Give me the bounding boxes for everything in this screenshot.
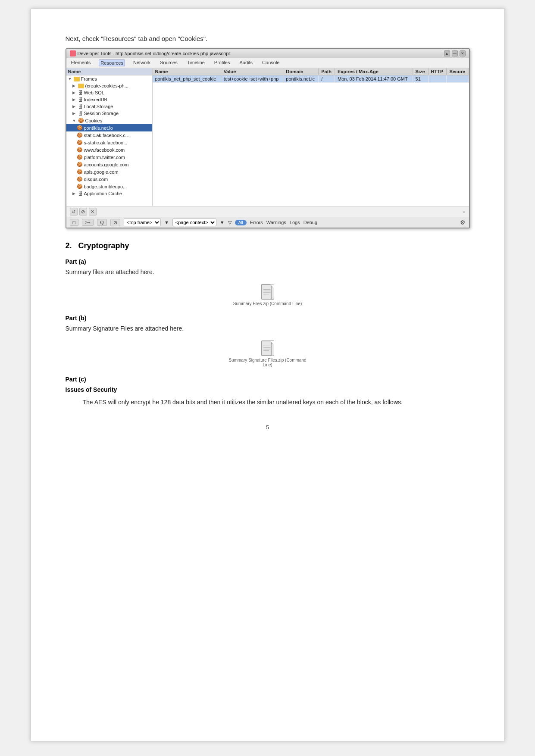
frames-folder-icon: [74, 77, 80, 81]
cell-path: /: [319, 75, 335, 83]
titlebar-pin-button[interactable]: ▲: [444, 50, 450, 56]
log-filter-all[interactable]: All: [235, 220, 247, 225]
titlebar-close-button[interactable]: ✕: [460, 50, 466, 56]
col-header-secure: Secure: [447, 68, 469, 75]
cell-value: test+cookie+set+with+php: [221, 75, 283, 83]
file-attachment-a[interactable]: Summary Files.zip (Command Line): [225, 284, 311, 306]
statusbar-console-btn[interactable]: □: [70, 219, 79, 226]
part-b-label: Part (b): [66, 315, 470, 322]
twitter-cookie-icon: 🍪: [77, 154, 83, 160]
tree-label-accounts-google: accounts.google.com: [84, 162, 129, 167]
pontikis-cookie-icon: 🍪: [77, 125, 83, 131]
expand-create-icon: ▶: [72, 84, 77, 88]
tree-item-cookies[interactable]: ▼ 🍪 Cookies: [66, 117, 152, 124]
tree-label-www-facebook: www.facebook.com: [84, 147, 125, 153]
devtools-bottombar: ↺ ⊘ ✕ ≡: [66, 206, 469, 217]
tree-item-s-facebook[interactable]: 🍪 s-static.ak.faceboo...: [66, 139, 152, 146]
expand-websql-icon: ▶: [72, 91, 77, 95]
tree-item-create-cookies[interactable]: ▶ (create-cookies-ph...: [66, 82, 152, 89]
delete-icon[interactable]: ✕: [89, 208, 97, 216]
tree-item-frames[interactable]: ▼ Frames: [66, 75, 152, 82]
tree-item-indexeddb[interactable]: ▶ 🗄 IndexedDB: [66, 96, 152, 103]
menu-timeline[interactable]: Timeline: [186, 59, 206, 66]
tree-item-session-storage[interactable]: ▶ 🗄 Session Storage: [66, 110, 152, 117]
errors-label: Errors: [250, 220, 263, 225]
clear-icon[interactable]: ⊘: [79, 208, 87, 216]
page-context-selector[interactable]: <page context>: [172, 219, 216, 226]
bottombar-scroll-hint: ≡: [463, 209, 466, 214]
tree-label-stumble: badge.stumbleupo...: [84, 184, 127, 189]
statusbar-search-btn[interactable]: Q: [97, 219, 107, 226]
tree-label-pontikis: pontikis.net.io: [84, 125, 113, 131]
tree-item-accounts-google[interactable]: 🍪 accounts.google.com: [66, 161, 152, 168]
issues-security-text: The AES will only encrypt he 128 data bi…: [66, 397, 470, 407]
tree-item-www-facebook[interactable]: 🍪 www.facebook.com: [66, 146, 152, 153]
titlebar-text: Developer Tools - http://pontikis.net.io…: [78, 51, 230, 56]
menu-sources[interactable]: Sources: [159, 59, 178, 66]
stumble-cookie-icon: 🍪: [77, 184, 83, 189]
menu-profiles[interactable]: Profiles: [213, 59, 232, 66]
tree-label-twitter: platform.twitter.com: [84, 155, 125, 160]
tree-item-app-cache[interactable]: ▶ 🗄 Application Cache: [66, 190, 152, 197]
s-facebook-cookie-icon: 🍪: [77, 140, 83, 145]
file-attachment-b[interactable]: Summary Signature Files.zip (Command Lin…: [225, 341, 311, 367]
part-b-text: Summary Signature Files are attached her…: [66, 325, 470, 332]
col-header-http: HTTP: [428, 68, 447, 75]
svg-marker-7: [271, 341, 274, 344]
cell-http: [428, 75, 447, 83]
tree-item-facebook-static[interactable]: 🍪 static.ak.facebook.c...: [66, 131, 152, 139]
tree-label-indexeddb: IndexedDB: [84, 97, 107, 102]
cookies-table: Name Value Domain Path Expires / Max-Age…: [153, 68, 469, 83]
svg-marker-1: [271, 284, 274, 287]
tree-label-session-storage: Session Storage: [84, 111, 119, 116]
table-row[interactable]: pontikis_net_php_set_cookie test+cookie+…: [153, 75, 469, 83]
page: Next, check "Resources" tab and open "Co…: [31, 9, 505, 741]
devtools-menubar: Elements Resources Network Sources Timel…: [66, 58, 469, 68]
tree-item-stumble[interactable]: 🍪 badge.stumbleupo...: [66, 183, 152, 190]
tree-label-s-facebook: s-static.ak.faceboo...: [84, 140, 128, 145]
section-2-number: 2.: [66, 241, 72, 250]
tree-label-facebook-static: static.ak.facebook.c...: [84, 133, 130, 138]
refresh-icon[interactable]: ↺: [70, 208, 78, 216]
col-header-path: Path: [319, 68, 335, 75]
statusbar-filter-btn[interactable]: ≥Ξ: [82, 219, 94, 226]
bottombar-icon-group: ↺ ⊘ ✕: [70, 208, 97, 216]
menu-elements[interactable]: Elements: [70, 59, 92, 66]
titlebar-minimize-button[interactable]: —: [452, 50, 458, 56]
tree-item-websql[interactable]: ▶ 🗄 Web SQL: [66, 89, 152, 96]
tree-item-apis-google[interactable]: 🍪 apis.google.com: [66, 168, 152, 175]
statusbar-settings-btn[interactable]: ⊙: [110, 219, 120, 226]
frame-selector[interactable]: <top frame>: [124, 219, 161, 226]
devtools-titlebar: Developer Tools - http://pontikis.net.io…: [66, 49, 469, 58]
local-storage-icon: 🗄: [78, 104, 83, 109]
expand-frames-icon: ▼: [68, 77, 72, 81]
devtools-window: Developer Tools - http://pontikis.net.io…: [66, 48, 470, 228]
tree-item-local-storage[interactable]: ▶ 🗄 Local Storage: [66, 103, 152, 110]
tree-item-pontikis[interactable]: 🍪 pontikis.net.io: [66, 124, 152, 131]
devtools-table-area: Name Value Domain Path Expires / Max-Age…: [153, 68, 469, 206]
create-cookies-folder-icon: [78, 84, 84, 88]
file-label-a: Summary Files.zip (Command Line): [233, 301, 302, 306]
file-label-b: Summary Signature Files.zip (Command Lin…: [225, 358, 311, 367]
menu-audits[interactable]: Audits: [238, 59, 254, 66]
cell-domain: pontikis.net.ic: [283, 75, 319, 83]
facebook-static-cookie-icon: 🍪: [77, 132, 83, 138]
expand-indexeddb-icon: ▶: [72, 97, 77, 102]
part-a-label: Part (a): [66, 258, 470, 265]
apis-google-cookie-icon: 🍪: [77, 169, 83, 175]
file-icon-a: [261, 284, 274, 300]
tree-item-disqus[interactable]: 🍪 disqus.com: [66, 175, 152, 183]
menu-resources[interactable]: Resources: [99, 59, 125, 66]
tree-label-apis-google: apis.google.com: [84, 169, 119, 175]
intro-text: Next, check "Resources" tab and open "Co…: [66, 35, 470, 42]
warnings-label: Warnings: [266, 220, 286, 225]
indexeddb-icon: 🗄: [78, 97, 83, 102]
devtools-body: Name ▼ Frames ▶ (create-cookies-ph... ▶ …: [66, 68, 469, 206]
cell-secure: [447, 75, 469, 83]
menu-network[interactable]: Network: [132, 59, 152, 66]
section-2-title: Cryptography: [78, 241, 129, 250]
tree-item-twitter[interactable]: 🍪 platform.twitter.com: [66, 153, 152, 161]
gear-icon[interactable]: ⚙: [460, 219, 466, 226]
expand-cookies-icon: ▼: [72, 119, 77, 123]
menu-console[interactable]: Console: [261, 59, 281, 66]
